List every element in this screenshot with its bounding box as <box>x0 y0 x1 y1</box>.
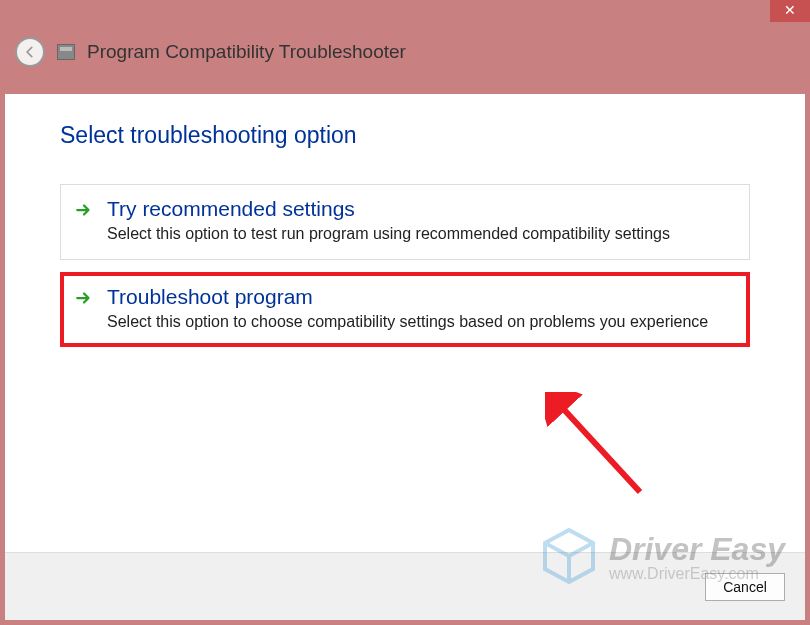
option-title: Try recommended settings <box>107 197 735 221</box>
page-heading: Select troubleshooting option <box>60 122 750 149</box>
wizard-content: Select troubleshooting option Try recomm… <box>5 94 805 552</box>
back-arrow-icon <box>23 45 37 59</box>
option-body: Troubleshoot program Select this option … <box>107 285 735 333</box>
wizard-title: Program Compatibility Troubleshooter <box>87 41 406 63</box>
cancel-button[interactable]: Cancel <box>705 573 785 601</box>
option-troubleshoot[interactable]: Troubleshoot program Select this option … <box>60 272 750 348</box>
arrow-right-icon <box>75 285 93 311</box>
close-button[interactable]: ✕ <box>770 0 810 22</box>
option-title: Troubleshoot program <box>107 285 735 309</box>
wizard-footer: Cancel <box>5 552 805 620</box>
app-icon <box>57 44 75 60</box>
option-body: Try recommended settings Select this opt… <box>107 197 735 245</box>
back-button[interactable] <box>15 37 45 67</box>
option-desc: Select this option to choose compatibili… <box>107 311 735 333</box>
arrow-right-icon <box>75 197 93 223</box>
wizard-window: ✕ Program Compatibility Troubleshooter S… <box>5 22 805 620</box>
close-icon: ✕ <box>784 2 796 18</box>
option-recommended[interactable]: Try recommended settings Select this opt… <box>60 184 750 260</box>
wizard-header: Program Compatibility Troubleshooter <box>5 22 805 82</box>
option-desc: Select this option to test run program u… <box>107 223 735 245</box>
